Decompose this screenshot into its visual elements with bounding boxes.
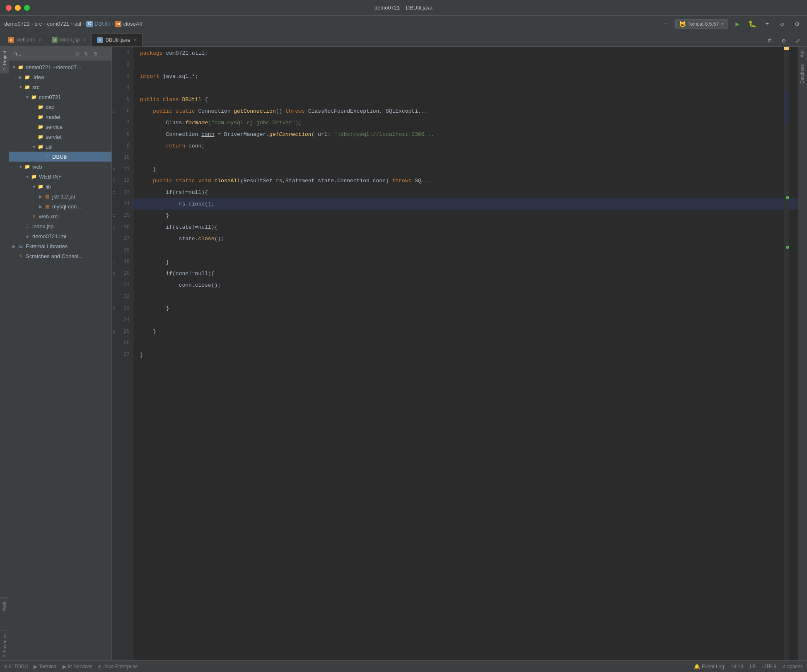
ant-tab[interactable]: Ant [798,47,807,61]
breadcrumb-class[interactable]: DBUtil [94,21,110,27]
sort-icon[interactable]: ⇅ [82,50,90,58]
reload-button[interactable]: ↺ [776,18,788,30]
java-enterprise-status[interactable]: ⊞ Java Enterprise [97,664,138,670]
tree-item-jstl[interactable]: ▶ ▦ jstl-1.2.jar [9,191,111,201]
back-icon[interactable]: ← [660,18,672,30]
project-tab[interactable]: 1: Project [0,47,9,73]
line-number-3: 3 [118,70,130,82]
tree-label-dbutil: DBUtil [52,154,68,160]
lf-label: LF [750,664,756,670]
tab-web-xml[interactable]: X web.xml ✕ [3,33,47,46]
panel-header: Pr... ⊙ ⇅ ⚙ — [9,47,111,60]
debug-button[interactable]: 🐛 [747,18,758,30]
tab-dbutil-java-close[interactable]: ✕ [133,37,137,43]
tree-item-webinf[interactable]: ▼ 📁 WEB-INF [9,172,111,181]
split-editor-button[interactable]: ⊡ [764,35,776,46]
nav-right: ← 🐱 Tomcat 8.5.57 ▼ ▶ 🐛 ☂ ↺ ⚙ [660,18,803,30]
tree-label-extlibs: External Libraries [26,243,68,249]
web-sidebar: Web [0,597,9,614]
line-number-16: ◯16 [118,221,130,233]
code-line-22 [133,291,798,302]
coverage-button[interactable]: ☂ [761,18,773,30]
code-content[interactable]: package com0721.util; import java.sql.*;… [133,47,798,660]
editor-settings-button[interactable]: ⚙ [778,35,790,46]
favorites-tab[interactable]: 2: Favorites [0,630,9,660]
iml-icon: ◈ [24,233,31,239]
event-log-label: Event Log [702,664,724,670]
breadcrumb-project[interactable]: demo0721 [4,21,29,27]
breadcrumb-util[interactable]: util [74,21,81,27]
tree-item-dbutil[interactable]: C DBUtil [9,152,111,162]
tree-item-root[interactable]: ▼ 📁 demo0721 ~/demo07... [9,62,111,72]
settings-icon[interactable]: ⚙ [92,50,99,58]
code-line-2 [133,59,798,70]
minimize-button[interactable] [15,5,21,11]
maximize-editor-button[interactable]: ⤢ [792,35,804,46]
terminal-status[interactable]: ▶ Terminal [34,664,58,670]
tab-index-jsp[interactable]: J index.jsp ✕ [47,33,92,46]
tree-label-util: util [46,144,53,150]
tree-item-dao[interactable]: 📁 dao [9,102,111,112]
breadcrumb-method[interactable]: closeAll [123,21,142,27]
util-folder-icon: 📁 [37,143,44,150]
tab-web-xml-close[interactable]: ✕ [38,37,42,43]
web-folder-icon: 📁 [24,163,31,170]
main-area: 1: Project 2: Favorites Pr... ⊙ ⇅ ⚙ — ▼ … [0,47,807,660]
webxml-icon: X [31,213,37,220]
code-line-11: } [133,163,798,175]
java-enterprise-icon: ⊞ [97,664,101,670]
code-line-1: package com0721.util; [133,47,798,59]
indent-label: 4 spaces [783,664,803,670]
tree-item-extlibs[interactable]: ▶ ⊞ External Libraries [9,241,111,251]
event-log-status[interactable]: 🔔 Event Log [694,664,724,670]
tab-bar: X web.xml ✕ J index.jsp ✕ C DBUtil.java … [0,32,807,47]
tree-item-scratches[interactable]: ✎ Scratches and Consol... [9,251,111,261]
services-label: 8: Services [68,664,92,670]
tree-item-lib[interactable]: ▼ 📁 lib [9,181,111,191]
tree-arrow-util: ▼ [31,145,37,149]
code-editor[interactable]: 12345◯678910◯11◯12◯1314◯15◯161718◯19◯202… [112,47,798,660]
locate-icon[interactable]: ⊙ [73,50,81,58]
database-tab[interactable]: Database [798,61,807,87]
position-status[interactable]: 14:19 [731,664,743,670]
tree-item-webxml[interactable]: X web.xml [9,211,111,221]
tree-item-mysql[interactable]: ▶ ▦ mysql-con... [9,201,111,211]
settings-button[interactable]: ⚙ [791,18,803,30]
tree-item-idea[interactable]: ▶ 📁 .idea [9,72,111,82]
tree-arrow-root: ▼ [11,65,17,70]
run-config[interactable]: 🐱 Tomcat 8.5.57 ▼ [675,19,728,29]
line-numbers: 12345◯678910◯11◯12◯1314◯15◯161718◯19◯202… [112,47,133,660]
tree-label-servlet: servlet [46,134,61,140]
jstl-jar-icon: ▦ [44,193,51,200]
tree-item-web[interactable]: ▼ 📁 web [9,162,111,172]
minimap-top-marker [784,47,789,50]
tab-index-jsp-close[interactable]: ✕ [83,37,87,43]
window-controls[interactable] [6,5,30,11]
tree-item-service[interactable]: 📁 service [9,122,111,132]
breadcrumb-src[interactable]: src [35,21,42,27]
tree-item-src[interactable]: ▼ 📁 src [9,82,111,92]
encoding-status[interactable]: UTF-8 [762,664,776,670]
breadcrumb-package[interactable]: com0721 [47,21,69,27]
tree-item-servlet[interactable]: 📁 servlet [9,132,111,142]
tree-item-model[interactable]: 📁 model [9,112,111,122]
minimap-green-marker [786,196,789,199]
line-number-21: 21 [118,279,130,291]
tree-item-iml[interactable]: ◈ demo0721.iml [9,231,111,241]
tree-item-indexjsp[interactable]: J index.jsp [9,221,111,231]
todo-status[interactable]: ≡ 6: TODO [4,664,29,670]
project-icon: 📁 [17,64,24,70]
web-tab[interactable]: Web [0,598,8,614]
indent-status[interactable]: 4 spaces [783,664,803,670]
close-button[interactable] [6,5,12,11]
tab-dbutil-java[interactable]: C DBUtil.java ✕ [92,33,142,46]
run-button[interactable]: ▶ [732,18,743,30]
code-line-13: if(rs!=null){ [133,186,798,198]
editor-area: 12345◯678910◯11◯12◯1314◯15◯161718◯19◯202… [112,47,798,660]
maximize-button[interactable] [24,5,30,11]
tree-item-com0721[interactable]: ▼ 📁 com0721 [9,92,111,102]
collapse-icon[interactable]: — [101,50,108,58]
line-ending-status[interactable]: LF [750,664,756,670]
services-status[interactable]: ▶ 8: Services [63,664,92,670]
tree-item-util[interactable]: ▼ 📁 util [9,142,111,152]
